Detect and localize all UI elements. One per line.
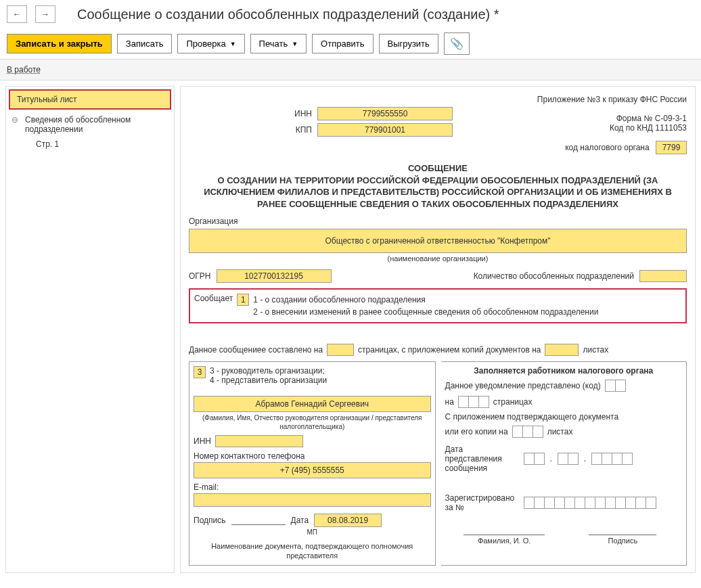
- save-close-button[interactable]: Записать и закрыть: [7, 34, 112, 53]
- signer-section: 3 3 - руководитель организации; 4 - пред…: [189, 361, 436, 566]
- right-pages-cells: [458, 396, 489, 408]
- kpp-field[interactable]: 779901001: [317, 123, 453, 137]
- reports-value-field[interactable]: 1: [237, 294, 249, 306]
- sidebar: Титульный лист Сведения об обособленном …: [5, 86, 175, 573]
- reg-cells: [524, 497, 656, 509]
- nav-back-button[interactable]: ←: [7, 5, 27, 23]
- print-label: Печать: [259, 39, 288, 49]
- sidebar-item-title-page[interactable]: Титульный лист: [9, 89, 171, 110]
- top-bar: ← → Сообщение о создании обособленных по…: [0, 0, 701, 28]
- pages-middle: страницах, с приложением копий документо…: [358, 345, 541, 355]
- right-registered: Зарегистрировано за №: [445, 493, 520, 512]
- toolbar: Записать и закрыть Записать Проверка▼ Пе…: [0, 28, 701, 59]
- date-field[interactable]: 08.08.2019: [314, 514, 382, 527]
- reports-opt2: 2 - о внесении изменений в ранее сообщен…: [253, 306, 598, 318]
- right-with-doc: С приложением подтверждающего документа: [445, 412, 619, 422]
- reports-section-highlighted: Сообщает 1 1 - о создании обособленного …: [189, 288, 687, 323]
- tax-code-label: код налогового органа: [565, 143, 650, 152]
- chevron-down-icon: ▼: [230, 41, 236, 47]
- org-name-field[interactable]: Общество с ограниченной ответственностью…: [189, 229, 687, 253]
- signer-opt4: 4 - представитель организации: [210, 376, 327, 385]
- inn-field[interactable]: 7799555550: [317, 107, 453, 120]
- sidebar-item-page1[interactable]: Стр. 1: [9, 137, 171, 152]
- chevron-down-icon: ▼: [292, 41, 298, 47]
- right-sign: Подпись: [608, 537, 638, 545]
- arrow-left-icon: ←: [13, 9, 21, 19]
- right-notice: Данное уведомление представлено (код): [445, 381, 601, 390]
- org-caption: (наименование организации): [189, 254, 687, 263]
- fio-caption: (Фамилия, Имя, Отчество руководителя орг…: [194, 413, 431, 431]
- sheets-count-field[interactable]: [545, 344, 579, 356]
- attach-button[interactable]: 📎: [444, 32, 470, 55]
- tax-code-row: код налогового органа 7799: [189, 141, 687, 154]
- signer-options: 3 - руководитель организации; 4 - предст…: [210, 366, 327, 385]
- doc-name-caption: Наименование документа, подтверждающего …: [194, 541, 431, 561]
- check-button[interactable]: Проверка▼: [177, 34, 244, 53]
- content-area: Приложение №3 к приказу ФНС России ИНН 7…: [180, 86, 696, 573]
- paperclip-icon: 📎: [450, 37, 463, 50]
- kpp-label: КПП: [189, 125, 317, 135]
- status-bar: В работе: [0, 59, 701, 81]
- sign-field: [231, 516, 286, 525]
- right-pages: страницах: [493, 397, 533, 407]
- tax-code-field[interactable]: 7799: [656, 141, 687, 154]
- arrow-right-icon: →: [41, 9, 49, 19]
- right-fio: Фамилия, И. О.: [478, 537, 530, 545]
- email-field[interactable]: [194, 493, 431, 507]
- reports-options: 1 - о создании обособленного подразделен…: [253, 294, 598, 318]
- status-link[interactable]: В работе: [7, 65, 41, 74]
- mp-label: МП: [194, 528, 431, 536]
- right-present-date: Дата представления сообщения: [445, 445, 520, 473]
- send-button[interactable]: Отправить: [312, 34, 373, 53]
- inn2-label: ИНН: [194, 436, 211, 446]
- print-button[interactable]: Печать▼: [250, 34, 307, 53]
- notice-code-cells: [605, 380, 626, 392]
- right-sheets: листах: [547, 427, 573, 436]
- date-month-cells: [558, 453, 579, 465]
- pages-suffix: листах: [583, 345, 608, 355]
- count-field[interactable]: [639, 270, 687, 282]
- check-label: Проверка: [186, 39, 225, 49]
- fio-field[interactable]: Абрамов Геннадий Сергеевич: [194, 396, 431, 412]
- sidebar-item-subdivision[interactable]: Сведения об обособленном подразделении: [9, 112, 171, 137]
- inn2-field[interactable]: [215, 435, 303, 447]
- date-year-cells: [591, 453, 633, 465]
- signer-opt3: 3 - руководитель организации;: [210, 366, 327, 376]
- right-copy: или его копии на: [445, 427, 508, 436]
- pages-prefix: Данное сообщениее составлено на: [189, 345, 323, 355]
- signer-value-field[interactable]: 3: [194, 366, 206, 378]
- sign-label: Подпись: [194, 516, 226, 525]
- export-button[interactable]: Выгрузить: [379, 34, 438, 53]
- date-label: Дата: [291, 516, 309, 525]
- inn-label: ИНН: [189, 109, 317, 118]
- nav-forward-button[interactable]: →: [35, 5, 55, 23]
- reports-label: Сообщает: [194, 294, 233, 303]
- ogrn-field[interactable]: 1027700132195: [217, 269, 332, 283]
- page-title: Сообщение о создании обособленных подраз…: [77, 7, 499, 22]
- pages-count-field[interactable]: [327, 344, 354, 356]
- right-title: Заполняется работником налогового органа: [445, 366, 683, 376]
- right-sheets-cells: [512, 426, 543, 438]
- tax-worker-section: Заполняется работником налогового органа…: [441, 361, 687, 566]
- doc-title: СООБЩЕНИЕ О СОЗДАНИИ НА ТЕРРИТОРИИ РОССИ…: [202, 162, 673, 210]
- right-on: на: [445, 397, 454, 407]
- save-button[interactable]: Записать: [117, 34, 173, 53]
- org-label: Организация: [189, 217, 687, 226]
- ogrn-label: ОГРН: [189, 271, 211, 281]
- phone-field[interactable]: +7 (495) 5555555: [194, 462, 431, 478]
- reports-opt1: 1 - о создании обособленного подразделен…: [253, 294, 598, 306]
- phone-label: Номер контактного телефона: [194, 451, 431, 461]
- appendix-text: Приложение №3 к приказу ФНС России: [189, 95, 687, 104]
- email-label: E-mail:: [194, 482, 431, 492]
- count-label: Количество обособленных подразделений: [474, 271, 634, 281]
- date-day-cells: [524, 453, 545, 465]
- main-container: Титульный лист Сведения об обособленном …: [0, 81, 701, 579]
